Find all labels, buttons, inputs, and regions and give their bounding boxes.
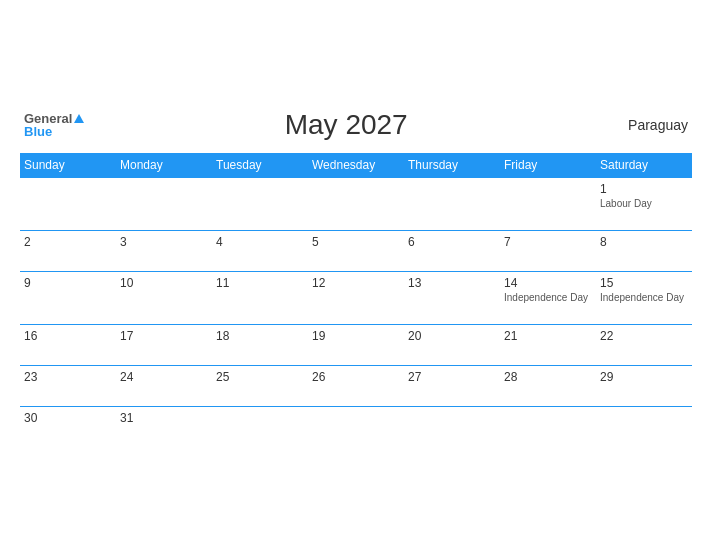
day-number: 25 bbox=[216, 370, 304, 384]
calendar-cell: 21 bbox=[500, 325, 596, 366]
weekday-header: Monday bbox=[116, 153, 212, 178]
calendar-cell: 12 bbox=[308, 272, 404, 325]
day-number: 17 bbox=[120, 329, 208, 343]
day-number: 10 bbox=[120, 276, 208, 290]
calendar-container: General Blue May 2027 Paraguay SundayMon… bbox=[10, 93, 702, 457]
calendar-cell: 7 bbox=[500, 231, 596, 272]
calendar-cell bbox=[404, 178, 500, 231]
calendar-cell: 23 bbox=[20, 366, 116, 407]
calendar-cell: 20 bbox=[404, 325, 500, 366]
calendar-cell: 16 bbox=[20, 325, 116, 366]
calendar-cell: 9 bbox=[20, 272, 116, 325]
weekday-header: Sunday bbox=[20, 153, 116, 178]
day-number: 23 bbox=[24, 370, 112, 384]
calendar-cell: 17 bbox=[116, 325, 212, 366]
calendar-cell bbox=[212, 178, 308, 231]
country-label: Paraguay bbox=[608, 117, 688, 133]
calendar-cell bbox=[308, 407, 404, 448]
calendar-cell: 10 bbox=[116, 272, 212, 325]
calendar-cell bbox=[500, 407, 596, 448]
day-number: 6 bbox=[408, 235, 496, 249]
day-number: 29 bbox=[600, 370, 688, 384]
day-number: 2 bbox=[24, 235, 112, 249]
calendar-week-row: 16171819202122 bbox=[20, 325, 692, 366]
day-number: 31 bbox=[120, 411, 208, 425]
calendar-cell: 25 bbox=[212, 366, 308, 407]
weekday-header: Tuesday bbox=[212, 153, 308, 178]
day-number: 18 bbox=[216, 329, 304, 343]
day-number: 24 bbox=[120, 370, 208, 384]
calendar-cell: 22 bbox=[596, 325, 692, 366]
calendar-cell: 30 bbox=[20, 407, 116, 448]
day-number: 15 bbox=[600, 276, 688, 290]
calendar-cell: 11 bbox=[212, 272, 308, 325]
day-number: 27 bbox=[408, 370, 496, 384]
day-number: 7 bbox=[504, 235, 592, 249]
day-number: 8 bbox=[600, 235, 688, 249]
calendar-cell bbox=[596, 407, 692, 448]
calendar-week-row: 23242526272829 bbox=[20, 366, 692, 407]
holiday-label: Independence Day bbox=[600, 292, 688, 304]
holiday-label: Labour Day bbox=[600, 198, 688, 210]
calendar-cell bbox=[116, 178, 212, 231]
calendar-cell: 8 bbox=[596, 231, 692, 272]
weekday-header: Saturday bbox=[596, 153, 692, 178]
calendar-thead: SundayMondayTuesdayWednesdayThursdayFrid… bbox=[20, 153, 692, 178]
day-number: 20 bbox=[408, 329, 496, 343]
calendar-cell: 24 bbox=[116, 366, 212, 407]
calendar-header: General Blue May 2027 Paraguay bbox=[20, 109, 692, 141]
calendar-cell: 5 bbox=[308, 231, 404, 272]
calendar-cell: 26 bbox=[308, 366, 404, 407]
calendar-cell: 2 bbox=[20, 231, 116, 272]
calendar-cell: 27 bbox=[404, 366, 500, 407]
calendar-week-row: 91011121314Independence Day15Independenc… bbox=[20, 272, 692, 325]
calendar-cell bbox=[20, 178, 116, 231]
calendar-cell: 13 bbox=[404, 272, 500, 325]
holiday-label: Independence Day bbox=[504, 292, 592, 304]
calendar-cell bbox=[212, 407, 308, 448]
logo: General Blue bbox=[24, 112, 84, 138]
day-number: 30 bbox=[24, 411, 112, 425]
logo-blue-text: Blue bbox=[24, 125, 84, 138]
day-number: 13 bbox=[408, 276, 496, 290]
calendar-cell: 19 bbox=[308, 325, 404, 366]
month-title: May 2027 bbox=[84, 109, 608, 141]
day-number: 5 bbox=[312, 235, 400, 249]
day-number: 14 bbox=[504, 276, 592, 290]
day-number: 16 bbox=[24, 329, 112, 343]
weekday-header-row: SundayMondayTuesdayWednesdayThursdayFrid… bbox=[20, 153, 692, 178]
day-number: 12 bbox=[312, 276, 400, 290]
day-number: 21 bbox=[504, 329, 592, 343]
day-number: 22 bbox=[600, 329, 688, 343]
weekday-header: Wednesday bbox=[308, 153, 404, 178]
calendar-cell: 4 bbox=[212, 231, 308, 272]
day-number: 1 bbox=[600, 182, 688, 196]
day-number: 3 bbox=[120, 235, 208, 249]
calendar-cell: 6 bbox=[404, 231, 500, 272]
day-number: 11 bbox=[216, 276, 304, 290]
calendar-cell: 28 bbox=[500, 366, 596, 407]
weekday-header: Thursday bbox=[404, 153, 500, 178]
day-number: 19 bbox=[312, 329, 400, 343]
calendar-tbody: 1Labour Day234567891011121314Independenc… bbox=[20, 178, 692, 448]
calendar-cell: 29 bbox=[596, 366, 692, 407]
calendar-week-row: 3031 bbox=[20, 407, 692, 448]
calendar-cell: 3 bbox=[116, 231, 212, 272]
day-number: 28 bbox=[504, 370, 592, 384]
calendar-cell: 1Labour Day bbox=[596, 178, 692, 231]
calendar-cell: 14Independence Day bbox=[500, 272, 596, 325]
weekday-header: Friday bbox=[500, 153, 596, 178]
day-number: 4 bbox=[216, 235, 304, 249]
calendar-week-row: 2345678 bbox=[20, 231, 692, 272]
day-number: 9 bbox=[24, 276, 112, 290]
calendar-table: SundayMondayTuesdayWednesdayThursdayFrid… bbox=[20, 153, 692, 447]
calendar-cell: 31 bbox=[116, 407, 212, 448]
calendar-week-row: 1Labour Day bbox=[20, 178, 692, 231]
logo-triangle-icon bbox=[74, 114, 84, 123]
calendar-cell: 15Independence Day bbox=[596, 272, 692, 325]
calendar-cell bbox=[500, 178, 596, 231]
calendar-cell: 18 bbox=[212, 325, 308, 366]
calendar-cell bbox=[308, 178, 404, 231]
calendar-cell bbox=[404, 407, 500, 448]
day-number: 26 bbox=[312, 370, 400, 384]
